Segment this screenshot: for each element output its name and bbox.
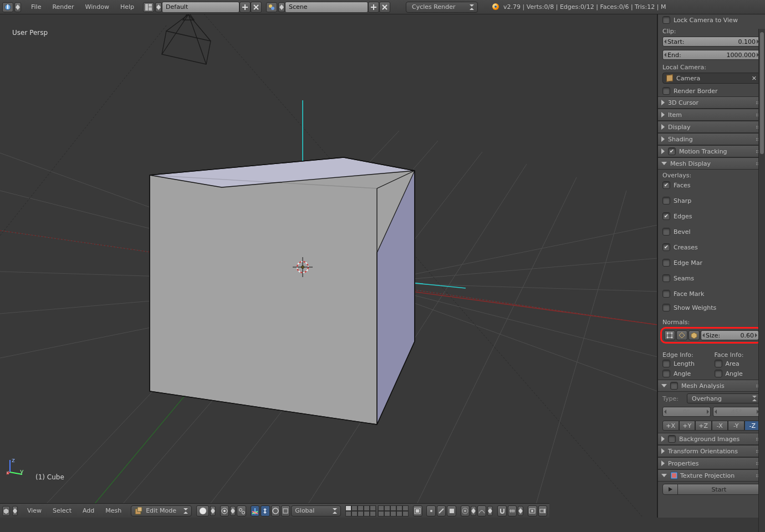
select-mode-face[interactable] [447,505,456,516]
proportional-falloff-toggle-icon[interactable] [487,506,493,516]
overlay-sharp-checkbox[interactable] [662,197,670,204]
screen-browse-toggle-icon[interactable] [155,2,162,12]
normal-vertex-button[interactable] [664,330,675,340]
menu-add[interactable]: Add [78,505,99,516]
scene-browse-toggle-icon[interactable] [278,2,285,12]
clip-end-field[interactable]: End:1000.000 [662,50,761,60]
edge-info-length-checkbox[interactable] [662,360,670,367]
face-info-angle-checkbox[interactable] [715,370,722,377]
add-scene-button[interactable] [368,2,379,13]
axis-plusminus-Y[interactable]: +Y [679,421,696,431]
panel-texture-projection[interactable]: Texture Projection [658,469,765,482]
manipulator-translate[interactable] [261,505,269,516]
proportional-edit-dropdown[interactable] [461,505,470,516]
overlay-bevel-checkbox[interactable] [662,228,670,236]
select-mode-vertex[interactable] [426,505,435,516]
clip-start-field[interactable]: Start:0.100 [662,37,761,47]
editor-type-3dview-icon[interactable] [2,506,10,516]
panel-shading[interactable]: Shading [658,133,765,145]
panel-mesh-analysis[interactable]: Mesh Analysis [658,380,765,392]
axis-plusminus-Z[interactable]: +Z [695,421,712,431]
panel-display[interactable]: Display [658,121,765,133]
normal-face-button[interactable] [688,330,700,340]
orientation-dropdown[interactable]: Global [291,505,341,516]
panel-item[interactable]: Item [658,109,765,121]
manipulator-toggle[interactable] [251,505,259,516]
overlay-faces-checkbox[interactable] [662,181,670,189]
snap-element-toggle-icon[interactable] [518,506,523,516]
background-images-checkbox[interactable] [668,435,676,443]
analysis-type-dropdown[interactable]: Overhang [687,393,761,403]
limit-selection-button[interactable] [413,505,422,516]
edge-info-angle-checkbox[interactable] [662,370,670,377]
overlay-edge mar-checkbox[interactable] [662,259,670,267]
screen-layout-field[interactable]: Default [162,2,239,13]
face-info-area-checkbox[interactable] [715,360,722,367]
menu-help[interactable]: Help [115,2,140,12]
panel-3d-cursor[interactable]: 3D Cursor [658,96,765,109]
snap-toggle[interactable] [497,505,506,516]
editor-type-3dview-toggle-icon[interactable] [12,506,18,516]
overlay-edges-checkbox[interactable] [662,212,670,220]
menu-mesh[interactable]: Mesh [100,505,126,516]
normal-loop-button[interactable] [676,330,687,340]
pivot-individual-button[interactable] [237,505,246,516]
overlay-face mark-checkbox[interactable] [662,290,670,298]
panel-properties[interactable]: Properties [658,457,765,469]
scene-field[interactable]: Scene [285,2,368,13]
layer-buttons[interactable] [345,505,409,516]
axis-minus-X[interactable]: -X [712,421,728,431]
pivot-toggle-icon[interactable] [230,506,236,516]
npanel-scrollbar[interactable] [758,29,765,532]
delete-scene-button[interactable] [379,2,390,13]
panel-transform-orientations[interactable]: Transform Orientations [658,445,765,457]
mode-dropdown[interactable]: Edit Mode [131,505,192,516]
menu-render[interactable]: Render [47,2,79,12]
local-camera-field[interactable]: Camera ✕ [662,73,761,84]
select-mode-edge[interactable] [437,505,446,516]
overlay-creases-checkbox[interactable] [662,243,670,251]
lock-camera-checkbox[interactable] [662,16,670,24]
pivot-dropdown[interactable] [220,505,229,516]
panel-motion-tracking[interactable]: Motion Tracking [658,145,765,157]
delete-screen-button[interactable] [251,2,262,13]
proportional-toggle-icon[interactable] [471,506,476,516]
shading-toggle-icon[interactable] [210,506,216,516]
texproj-play-button[interactable] [662,484,678,495]
opengl-render-anim-button[interactable] [538,505,547,516]
svg-point-72 [223,510,226,512]
axis-plusminus-X[interactable]: +X [662,421,679,431]
menu-file[interactable]: File [26,2,47,12]
panel-mesh-display[interactable]: Mesh Display [658,157,765,170]
scene-browse-icon[interactable] [266,2,277,12]
panel-background-images[interactable]: Background Images [658,433,765,445]
render-engine-dropdown[interactable]: Cycles Render [406,2,478,13]
menu-view[interactable]: View [22,505,47,516]
mesh-analysis-checkbox[interactable] [670,382,678,390]
svg-line-86 [439,509,443,513]
editor-type-toggle-icon[interactable] [14,2,21,12]
axis-minus-Y[interactable]: -Y [728,421,744,431]
overlay-seams-checkbox[interactable] [662,274,670,282]
proportional-falloff-dropdown[interactable] [477,505,486,516]
add-screen-button[interactable] [239,2,251,13]
texproj-start-button[interactable]: Start [678,484,761,495]
svg-line-26 [388,288,657,325]
show-weights-checkbox[interactable] [662,304,670,311]
editor-type-icon[interactable]: i [2,2,13,12]
clear-camera-icon[interactable]: ✕ [752,75,757,82]
manipulator-rotate[interactable] [271,505,280,516]
render-border-checkbox[interactable] [662,87,670,95]
opengl-render-image-button[interactable] [528,505,537,516]
normals-size-field[interactable]: Size:0.60 [701,330,759,340]
shading-dropdown[interactable] [196,505,209,516]
screen-browse-icon[interactable] [143,2,154,12]
3d-viewport[interactable]: User Persp (1) Cube z y x View Select Ad… [0,14,657,518]
snap-element-dropdown[interactable] [508,505,517,516]
motion-tracking-checkbox[interactable] [668,147,676,155]
analysis-deg-lo-field[interactable]: 0° [662,407,711,417]
manipulator-scale[interactable] [281,505,290,516]
analysis-deg-hi-field[interactable]: 45° [713,407,761,417]
menu-select[interactable]: Select [48,505,76,516]
menu-window[interactable]: Window [80,2,115,12]
